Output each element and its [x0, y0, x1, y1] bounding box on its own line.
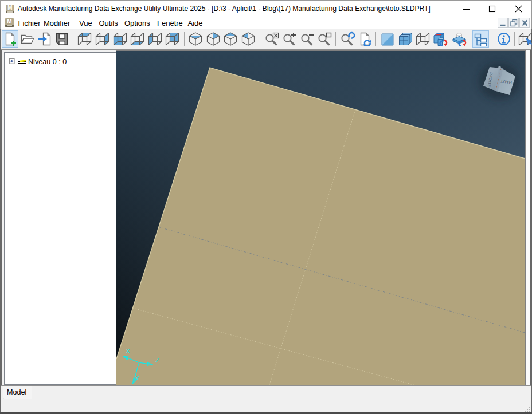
- svg-text:X: X: [126, 348, 130, 354]
- svg-text:Y: Y: [135, 374, 140, 381]
- svg-text:Z: Z: [155, 357, 159, 364]
